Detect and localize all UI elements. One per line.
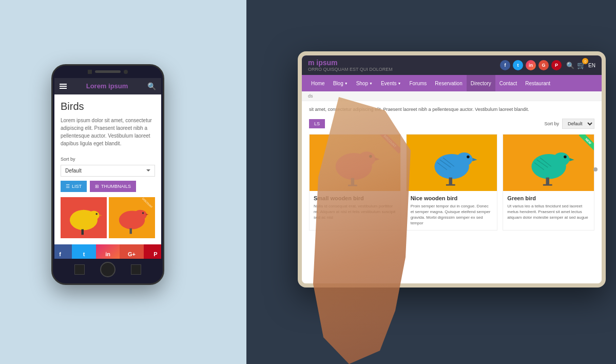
cart-icon[interactable]: 🛒 0 — [577, 61, 586, 70]
tablet-brand-section: m ipsum ORRO QUISQUAM EST QUI DOLOREM — [308, 59, 393, 72]
list-view-button[interactable]: ☰ LIST — [61, 181, 87, 192]
tablet-mockup: m ipsum ORRO QUISQUAM EST QUI DOLOREM f … — [298, 51, 606, 288]
bird-name-2: Nice wooden bird — [411, 195, 493, 201]
tablet-power-indicator — [593, 167, 598, 171]
svg-rect-5 — [82, 229, 84, 235]
chevron-down-icon: ▼ — [398, 82, 401, 85]
facebook-button[interactable]: f — [54, 244, 72, 259]
filter-tabs: LS — [309, 119, 325, 128]
tablet-brand-title: m ipsum — [308, 59, 393, 67]
hamburger-menu-icon[interactable] — [60, 84, 67, 89]
tablet-facebook-icon[interactable]: f — [500, 60, 510, 70]
phone-speaker — [95, 70, 121, 73]
phone-brand-title: Lorem ipsum — [86, 82, 128, 90]
thumbnails-view-button[interactable]: ⊞ THUMBNAILS — [90, 181, 136, 192]
svg-rect-11 — [130, 228, 132, 234]
svg-point-14 — [358, 151, 376, 166]
sort-select[interactable]: Default — [61, 165, 155, 177]
svg-rect-24 — [449, 177, 452, 185]
language-selector[interactable]: EN — [588, 63, 595, 68]
twitter-button[interactable]: t — [72, 244, 95, 259]
bird-info-3: Green bird Ut varius leo a tellus tincid… — [503, 191, 594, 225]
nav-forums[interactable]: Forums — [405, 75, 431, 91]
front-camera-icon — [88, 70, 92, 74]
phone-bottom-bar — [53, 259, 163, 280]
home-button[interactable] — [100, 262, 116, 277]
view-toggle-buttons: ☰ LIST ⊞ THUMBNAILS — [61, 181, 155, 192]
tablet-instagram-icon[interactable]: in — [526, 60, 536, 70]
nav-directory[interactable]: Directory — [467, 75, 495, 91]
phone-navbar: Lorem ipsum 🔍 — [54, 78, 161, 94]
right-panel: m ipsum ORRO QUISQUAM EST QUI DOLOREM f … — [246, 0, 616, 364]
list-icon: ☰ — [66, 184, 70, 189]
svg-point-15 — [369, 155, 372, 158]
bird-image-3: NEW — [503, 135, 594, 191]
bird-desc-3: Ut varius leo a tellus tincidunt sed lao… — [507, 203, 590, 221]
tablet-navbar: Home Blog ▼ Shop ▼ Events ▼ — [302, 75, 602, 91]
phone-search-icon[interactable]: 🔍 — [147, 82, 156, 90]
back-button — [74, 264, 85, 275]
bird-image-1: DISCOUNT — [310, 135, 400, 191]
phone-top-bar — [53, 66, 163, 78]
nav-restaurant[interactable]: Restaurant — [521, 75, 554, 91]
tablet-search-icon[interactable]: 🔍 — [566, 62, 574, 69]
tablet-sort-select[interactable]: Default — [562, 119, 594, 129]
nav-home[interactable]: Home — [307, 75, 329, 91]
sensor-icon — [124, 70, 128, 74]
sort-label: Sort by — [544, 121, 559, 126]
nav-blog[interactable]: Blog ▼ — [329, 75, 352, 91]
left-panel: Lorem ipsum 🔍 Birds Lorem ipsum dolor si… — [0, 0, 246, 364]
birds-grid: DISCOUNT — [309, 134, 594, 231]
chevron-down-icon: ▼ — [344, 82, 348, 85]
bird-card-1: DISCOUNT — [309, 134, 401, 231]
chevron-down-icon: ▼ — [369, 82, 373, 85]
tablet-googleplus-icon[interactable]: G — [538, 60, 549, 70]
instagram-button[interactable]: in — [96, 244, 120, 259]
tablet-breadcrumb: ds — [302, 91, 602, 101]
filter-row: LS Sort by Default — [309, 119, 594, 129]
svg-point-31 — [553, 152, 569, 166]
bird-card-3: NEW — [503, 134, 594, 231]
tablet-pinterest-icon[interactable]: P — [551, 60, 562, 70]
bird-info-2: Nice wooden bird Proin semper tempor dui… — [407, 191, 497, 231]
nav-reservation[interactable]: Reservation — [431, 75, 466, 91]
svg-point-22 — [467, 155, 470, 158]
svg-point-32 — [564, 155, 567, 158]
tablet-content: sit amet, consectetur adipiscing elit. P… — [302, 101, 602, 236]
tablet-tagline: ORRO QUISQUAM EST QUI DOLOREM — [308, 67, 393, 72]
bird-info-1: Small wooden bird Nulla id consequat era… — [310, 191, 400, 225]
svg-point-8 — [134, 209, 147, 220]
filter-tab-ls[interactable]: LS — [309, 119, 325, 128]
nav-contact[interactable]: Contact — [495, 75, 521, 91]
bird-name-1: Small wooden bird — [314, 195, 396, 201]
sort-label: Sort by — [61, 157, 75, 162]
pinterest-button[interactable]: P — [144, 244, 161, 259]
phone-content: Birds Lorem ipsum dolor sit amet, consec… — [54, 94, 161, 244]
tablet-twitter-icon[interactable]: t — [513, 60, 523, 70]
nav-events[interactable]: Events ▼ — [377, 75, 406, 91]
sort-section: Sort by Default — [61, 154, 155, 181]
phone-screen: Lorem ipsum 🔍 Birds Lorem ipsum dolor si… — [54, 78, 161, 259]
tablet-description: sit amet, consectetur adipiscing elit. P… — [309, 106, 594, 113]
svg-point-3 — [95, 213, 98, 215]
cart-count: 0 — [582, 58, 588, 64]
sort-row: Sort by Default — [544, 119, 594, 129]
bird-name-3: Green bird — [507, 195, 590, 201]
svg-rect-25 — [446, 184, 455, 186]
bird-image-2 — [407, 135, 497, 191]
bird-desc-2: Proin semper tempor dui in congue. Donec… — [411, 203, 493, 226]
phone-mockup: Lorem ipsum 🔍 Birds Lorem ipsum dolor si… — [51, 64, 164, 285]
bird-card-2: Nice wooden bird Proin semper tempor dui… — [406, 134, 498, 231]
svg-point-9 — [142, 212, 144, 214]
tablet-social-icons: f t in G P 🔍 🛒 0 EN — [500, 60, 595, 70]
svg-rect-34 — [546, 177, 549, 185]
nav-shop[interactable]: Shop ▼ — [352, 75, 377, 91]
phone-bird-card-2: DISCOUNT — [109, 197, 155, 238]
page-title: Birds — [61, 101, 155, 112]
phone-social-bar: f t in G+ P — [54, 244, 161, 259]
google-plus-button[interactable]: G+ — [120, 244, 143, 259]
svg-rect-18 — [348, 185, 357, 186]
bird-desc-1: Nulla id consequat erat, vestibulum port… — [314, 203, 396, 221]
svg-point-2 — [88, 210, 100, 220]
grid-icon: ⊞ — [95, 184, 99, 189]
